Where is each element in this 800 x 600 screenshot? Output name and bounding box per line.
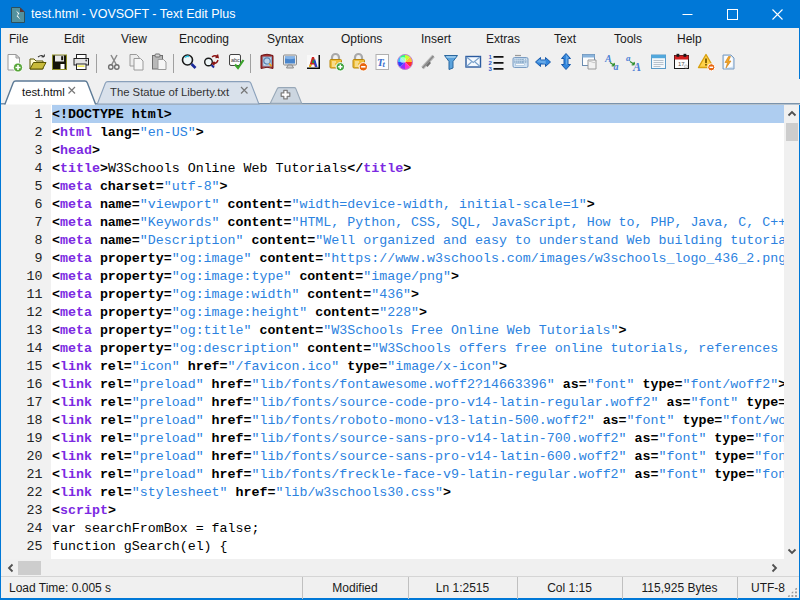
- svg-text:3: 3: [489, 66, 493, 72]
- svg-text:test.html: test.html: [22, 86, 65, 98]
- svg-text:A: A: [632, 60, 641, 74]
- svg-text:a: a: [614, 61, 619, 72]
- svg-text:The Statue of Liberty.txt: The Statue of Liberty.txt: [110, 86, 230, 98]
- svg-text:abc: abc: [231, 57, 240, 63]
